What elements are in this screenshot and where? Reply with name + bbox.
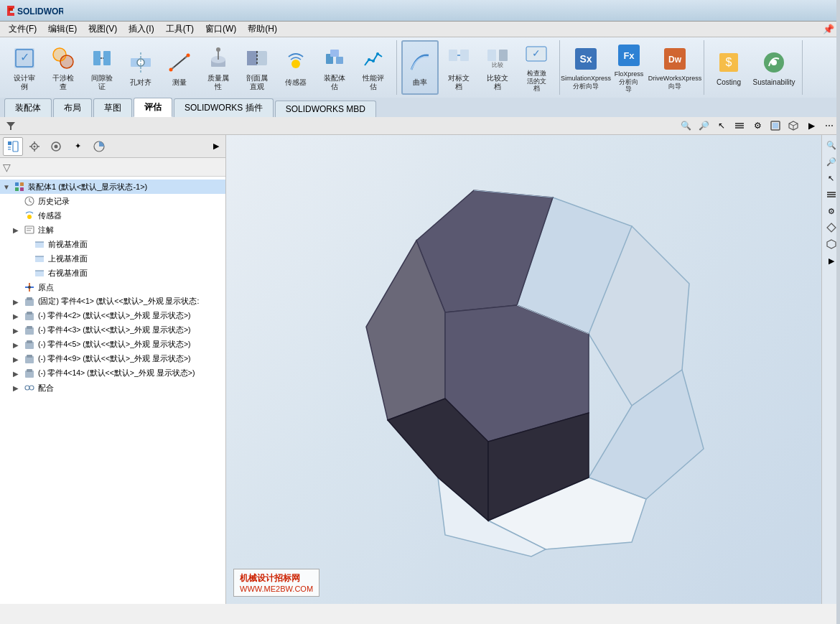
svg-point-24 [216,47,220,52]
panel-tab-arrow[interactable]: ▶ [210,137,223,156]
panel-tab-display[interactable] [46,137,66,156]
svg-rect-106 [27,369,32,372]
menu-insert[interactable]: 插入(I) [123,22,159,37]
floXpress-btn[interactable]: Fx FloXpress分析向导 [609,40,649,95]
tree-item-front-plane[interactable]: 前视基准面 [0,237,225,251]
sec-search2-btn[interactable]: 🔎 [696,118,711,134]
svg-rect-31 [330,50,339,57]
design-check-btn[interactable]: ✓ 设计审例 [6,40,43,95]
ribbon-tabs: 装配体 布局 草图 评估 SOLIDWORKS 插件 SOLIDWORKS MB… [0,98,840,117]
panel-tab-config[interactable] [24,137,45,156]
menu-tools[interactable]: 工具(T) [160,22,200,37]
svg-rect-83 [25,226,34,233]
driveWorksXpress-btn[interactable]: Dw DriveWorksXpress向导 [650,40,699,95]
curvature-btn[interactable]: 曲率 [401,40,439,95]
menu-edit[interactable]: 编辑(E) [42,22,83,37]
svg-point-75 [55,144,58,148]
svg-rect-64 [8,141,11,145]
sec-settings-btn[interactable]: ⚙ [750,118,765,134]
sec-search-btn[interactable]: 🔍 [678,118,694,134]
compare-active-btn[interactable]: 比较 比较文档 [479,40,516,95]
svg-marker-125 [827,240,836,248]
svg-marker-124 [827,223,836,232]
tool-group-xpress: Sx SimulationXpress分析向导 Fx FloXpress分析向导… [564,40,704,95]
svg-rect-80 [20,187,24,191]
tree-item-history[interactable]: 历史记录 [0,194,225,208]
menu-view[interactable]: 视图(V) [83,22,123,37]
svg-point-82 [27,215,32,219]
panel-tab-scene[interactable]: ✦ [67,137,88,156]
sec-layers-btn[interactable] [732,118,747,134]
section-view-btn[interactable]: 剖面属直观 [238,40,276,95]
svg-rect-11 [103,51,111,65]
sec-extra-btn[interactable]: ⋯ [821,118,837,134]
tree-item-part1[interactable]: ▶ (固定) 零件4<1> (默认<<默认>_外观 显示状态: [0,294,225,309]
filter-icon: ▽ [3,162,11,173]
svg-rect-39 [499,50,508,61]
tree-item-annotations[interactable]: ▶ 注解 [0,223,225,237]
panel-tab-parts[interactable] [3,137,23,156]
tree-item-sensors[interactable]: 传感器 [0,208,225,223]
tab-layout[interactable]: 布局 [53,98,92,117]
performance-btn[interactable]: 性能评估 [355,40,392,95]
tree-item-assembly-root[interactable]: ▼ 装配体1 (默认<默认_显示状态-1>) [0,180,225,194]
svg-rect-86 [35,242,44,248]
compare-doc-btn[interactable]: 对标文档 [440,40,477,95]
panel-tab-chart[interactable] [89,137,109,156]
menu-file[interactable]: 文件(F) [3,22,42,37]
interference-check-btn[interactable]: 干涉检查 [45,40,82,95]
svg-marker-54 [6,122,15,130]
clearance-verify-btn[interactable]: 间隙验证 [83,40,121,95]
svg-text:$: $ [726,56,732,68]
svg-rect-56 [735,125,744,126]
svg-point-28 [291,60,300,68]
tab-evaluate[interactable]: 评估 [134,98,172,117]
tree-item-part5[interactable]: ▶ (-) 零件4<5> (默认<<默认>_外观 显示状态>) [0,337,225,352]
measure-btn[interactable]: 测量 [161,40,198,95]
svg-point-69 [34,145,36,147]
svg-rect-59 [773,123,778,129]
svg-rect-88 [35,256,44,262]
tree-item-part2[interactable]: ▶ (-) 零件4<2> (默认<<默认>_外观 显示状态>) [0,309,225,323]
menu-bar: 文件(F) 编辑(E) 视图(V) 插入(I) 工具(T) 窗口(W) 帮助(H… [0,22,840,37]
svg-rect-26 [247,51,257,65]
3d-viewport[interactable]: 机械设计招标网 WWW.ME2BW.COM [226,135,821,604]
assembly-props-btn[interactable]: 装配体估 [316,40,353,95]
svg-rect-38 [487,50,496,61]
tool-group-view: 曲率 对标文档 比较 比较文档 ✓ 检查激活的文档 [401,40,560,95]
tree-item-top-plane[interactable]: 上视基准面 [0,251,225,266]
sensor-btn[interactable]: 传感器 [277,40,314,95]
tree-item-part14[interactable]: ▶ (-) 零件4<14> (默认<<默认>_外观 显示状态>) [0,366,225,381]
tree-item-origin[interactable]: 原点 [0,280,225,294]
sec-filter-btn[interactable] [3,118,19,134]
check-activate-btn[interactable]: ✓ 检查激活的文档 [518,40,555,95]
hole-align-btn[interactable]: 孔对齐 [122,40,159,95]
tree-item-part3[interactable]: ▶ (-) 零件4<3> (默认<<默认>_外观 显示状态>) [0,323,225,337]
filter-input[interactable] [11,163,223,172]
tab-sw-mbd[interactable]: SOLIDWORKS MBD [275,101,376,117]
svg-point-107 [25,386,29,390]
sec-chevron-btn[interactable]: ▶ [803,118,819,134]
menu-help[interactable]: 帮助(H) [242,22,283,37]
svg-text:Sx: Sx [579,53,592,65]
tab-sw-plugins[interactable]: SOLIDWORKS 插件 [174,98,274,117]
svg-rect-79 [15,187,19,191]
tab-sketch[interactable]: 草图 [93,98,132,117]
simulation-xpress-btn[interactable]: Sx SimulationXpress分析向导 [564,40,607,95]
svg-rect-30 [336,57,343,64]
left-panel: ✦ ▶ ▽ ▼ 装配体1 (默认<默认_显示状态-1>) [0,135,226,604]
sustainability-btn[interactable]: Sustainability [750,40,798,95]
tab-assembly[interactable]: 装配体 [4,98,52,117]
svg-text:SOLIDWORKS: SOLIDWORKS [17,6,63,17]
tree-item-part9[interactable]: ▶ (-) 零件4<9> (默认<<默认>_外观 显示状态>) [0,352,225,366]
sec-cursor-btn[interactable]: ↖ [714,118,729,134]
mass-props-btn[interactable]: 质量属性 [200,40,237,95]
tool-group-costing: $ Costing Sustainability [709,40,803,95]
svg-rect-123 [827,196,836,197]
menu-window[interactable]: 窗口(W) [200,22,242,37]
tree-item-mates[interactable]: ▶ 配合 [0,381,225,395]
sec-display-btn[interactable] [767,118,783,134]
costing-btn[interactable]: $ Costing [709,40,749,95]
sec-box-btn[interactable] [785,118,801,134]
tree-item-right-plane[interactable]: 右视基准面 [0,266,225,280]
